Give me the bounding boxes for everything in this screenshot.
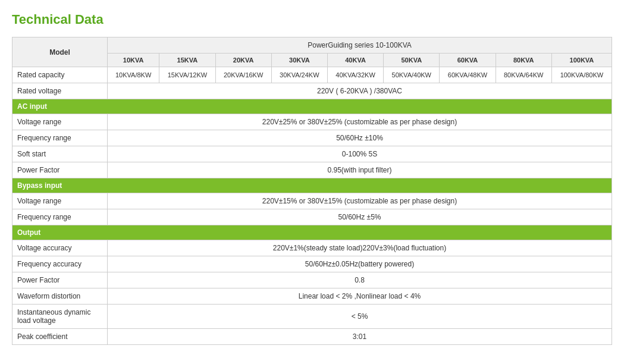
row-value: 50/60Hz ±10% (108, 130, 612, 146)
model-header: Model (12, 37, 108, 67)
row-value-3: 30KVA/24KW (271, 67, 327, 83)
row-value-8: 100KVA/80KW (551, 67, 612, 83)
row-value: 0-100% 5S (108, 146, 612, 162)
row-value: 220V±25% or 380V±25% (customizable as pe… (108, 114, 612, 130)
submodel-header-80kva: 80KVA (496, 54, 551, 67)
technical-data-table: ModelPowerGuiding series 10-100KVA10KVA1… (12, 37, 612, 345)
row-value: 220V ( 6-20KVA ) /380VAC (108, 83, 612, 99)
row-label: Peak coefficient (12, 329, 108, 345)
row-value: 3:01 (108, 329, 612, 345)
submodel-header-50kva: 50KVA (384, 54, 440, 67)
row-value-4: 40KVA/32KW (327, 67, 383, 83)
row-value: < 5% (108, 305, 612, 329)
row-label: Frequency range (12, 209, 108, 225)
page-title: Technical Data (12, 12, 612, 27)
row-value-1: 15KVA/12KW (159, 67, 215, 83)
row-label: Instantaneous dynamic load voltage (12, 305, 108, 329)
row-label: Waveform distortion (12, 288, 108, 305)
row-label: Rated voltage (12, 83, 108, 99)
section-header-bypass-input: Bypass input (12, 178, 612, 193)
row-value: 220V±1%(steady state load)220V±3%(load f… (108, 240, 612, 256)
series-header: PowerGuiding series 10-100KVA (108, 37, 612, 54)
row-value: 0.8 (108, 272, 612, 288)
row-value: 0.95(with input filter) (108, 162, 612, 178)
submodel-header-15kva: 15KVA (159, 54, 215, 67)
row-label: Power Factor (12, 272, 108, 288)
submodel-header-30kva: 30KVA (271, 54, 327, 67)
submodel-header-40kva: 40KVA (327, 54, 383, 67)
submodel-header-100kva: 100KVA (551, 54, 612, 67)
row-label: Power Factor (12, 162, 108, 178)
row-value: 50/60Hz±0.05Hz(battery powered) (108, 256, 612, 272)
row-value-5: 50KVA/40KW (384, 67, 440, 83)
row-label: Soft start (12, 146, 108, 162)
section-header-ac-input: AC input (12, 99, 612, 114)
row-value: Linear load < 2% ,Nonlinear load < 4% (108, 288, 612, 305)
row-label: Frequency range (12, 130, 108, 146)
row-label: Voltage range (12, 193, 108, 209)
row-value-2: 20KVA/16KW (215, 67, 271, 83)
section-header-output: Output (12, 225, 612, 240)
row-value-0: 10KVA/8KW (108, 67, 159, 83)
submodel-header-60kva: 60KVA (440, 54, 496, 67)
row-label: Rated capacity (12, 67, 108, 83)
row-label: Voltage accuracy (12, 240, 108, 256)
row-value: 50/60Hz ±5% (108, 209, 612, 225)
row-label: Voltage range (12, 114, 108, 130)
row-value: 220V±15% or 380V±15% (customizable as pe… (108, 193, 612, 209)
submodel-header-20kva: 20KVA (215, 54, 271, 67)
row-value-6: 60KVA/48KW (440, 67, 496, 83)
row-label: Frequency accuracy (12, 256, 108, 272)
submodel-header-10kva: 10KVA (108, 54, 159, 67)
row-value-7: 80KVA/64KW (496, 67, 551, 83)
